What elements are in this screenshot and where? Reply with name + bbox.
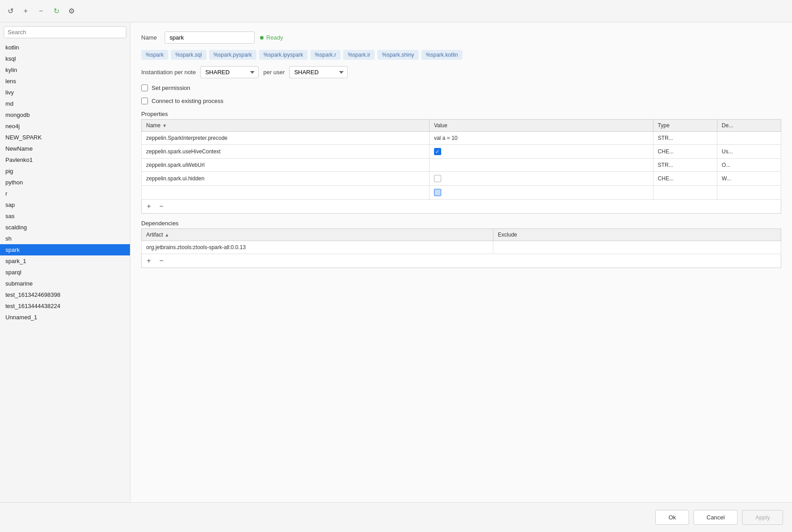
- sidebar-item[interactable]: lens: [0, 76, 130, 87]
- prop-value-cell[interactable]: [429, 172, 653, 186]
- prop-type-cell: STR...: [653, 132, 717, 145]
- dep-artifact-cell: org.jetbrains.ztools:ztools-spark-all:0.…: [142, 241, 493, 254]
- prop-value-cell[interactable]: ✓: [429, 145, 653, 159]
- remove-icon[interactable]: －: [36, 6, 46, 16]
- prop-name-cell: zeppelin.spark.useHiveContext: [142, 145, 430, 159]
- footer: Ok Cancel Apply: [0, 502, 792, 532]
- sidebar-item[interactable]: neo4j: [0, 121, 130, 132]
- props-col-name[interactable]: Name ▼: [142, 120, 430, 132]
- props-col-type: Type: [653, 120, 717, 132]
- search-input[interactable]: [8, 29, 122, 36]
- reload-icon[interactable]: ↻: [51, 6, 61, 16]
- dependencies-title: Dependencies: [141, 220, 781, 227]
- add-icon[interactable]: ＋: [21, 6, 31, 16]
- prop-type-cell: CHE...: [653, 145, 717, 159]
- checkbox-cell[interactable]: [434, 175, 441, 182]
- sidebar-item[interactable]: pig: [0, 165, 130, 177]
- sidebar-item[interactable]: NewName: [0, 143, 130, 154]
- sidebar-item[interactable]: sh: [0, 233, 130, 244]
- sidebar-item[interactable]: test_1613444438224: [0, 300, 130, 312]
- tag: %spark.kotlin: [421, 50, 462, 60]
- deps-remove-button[interactable]: −: [157, 256, 166, 265]
- prop-name-cell: zeppelin.spark.ui.hidden: [142, 172, 430, 186]
- tag: %spark.r: [310, 50, 340, 60]
- per-user-select[interactable]: SHAREDSCOPEDISOLATED: [289, 66, 348, 78]
- props-table-actions: + −: [141, 200, 781, 214]
- table-row[interactable]: org.jetbrains.ztools:ztools-spark-all:0.…: [142, 241, 781, 254]
- ok-button[interactable]: Ok: [655, 510, 689, 525]
- sidebar-item[interactable]: Unnamed_1: [0, 312, 130, 323]
- deps-table-actions: + −: [141, 254, 781, 268]
- name-input[interactable]: [165, 31, 255, 44]
- sidebar-item[interactable]: sap: [0, 199, 130, 210]
- prop-value-cell[interactable]: [429, 159, 653, 172]
- tag: %spark.pyspark: [209, 50, 256, 60]
- connect-existing-label[interactable]: Connect to existing process: [152, 98, 224, 104]
- deps-add-button[interactable]: +: [144, 256, 153, 265]
- apply-button[interactable]: Apply: [742, 510, 783, 525]
- sidebar-item[interactable]: livy: [0, 87, 130, 98]
- sidebar-item[interactable]: test_1613424698398: [0, 289, 130, 300]
- toolbar: ↺ ＋ － ↻ ⚙: [0, 0, 792, 22]
- table-row[interactable]: zeppelin.spark.useHiveContext✓CHE...Us..…: [142, 145, 781, 159]
- instantiation-label: Instantiation per note: [141, 69, 196, 76]
- prop-name-cell: zeppelin.SparkInterpreter.precode: [142, 132, 430, 145]
- set-permission-row: Set permission: [141, 85, 781, 91]
- prop-de-cell: Us...: [717, 145, 781, 159]
- prop-name-cell: zeppelin.spark.uiWebUrl: [142, 159, 430, 172]
- sidebar-item[interactable]: sparql: [0, 267, 130, 278]
- name-label: Name: [141, 34, 159, 41]
- cancel-button[interactable]: Cancel: [694, 510, 738, 525]
- properties-section: Properties Name ▼ Value Type De...: [141, 111, 781, 214]
- deps-col-artifact[interactable]: Artifact ▲: [142, 229, 493, 241]
- table-row[interactable]: zeppelin.SparkInterpreter.precodeval a =…: [142, 132, 781, 145]
- per-user-label: per user: [263, 69, 285, 76]
- sidebar-item[interactable]: spark: [0, 244, 130, 255]
- connect-existing-row: Connect to existing process: [141, 98, 781, 104]
- sidebar-item[interactable]: kylin: [0, 64, 130, 76]
- prop-value-cell[interactable]: [429, 186, 653, 200]
- sidebar-item[interactable]: NEW_SPARK: [0, 132, 130, 143]
- prop-de-cell: [717, 132, 781, 145]
- props-add-button[interactable]: +: [144, 202, 153, 211]
- prop-type-cell: CHE...: [653, 172, 717, 186]
- sidebar-item[interactable]: ksql: [0, 53, 130, 64]
- tags-row: %spark%spark.sql%spark.pyspark%spark.ipy…: [141, 50, 781, 60]
- table-row[interactable]: zeppelin.spark.ui.hiddenCHE...W...: [142, 172, 781, 186]
- sidebar-item[interactable]: mongodb: [0, 109, 130, 121]
- connect-existing-checkbox[interactable]: [141, 98, 148, 104]
- set-permission-checkbox[interactable]: [141, 85, 148, 91]
- prop-de-cell: W...: [717, 172, 781, 186]
- set-permission-label[interactable]: Set permission: [152, 85, 190, 91]
- tag: %spark: [141, 50, 168, 60]
- sidebar-item[interactable]: r: [0, 188, 130, 199]
- sidebar-item[interactable]: scalding: [0, 222, 130, 233]
- search-box[interactable]: [4, 26, 126, 38]
- props-col-de: De...: [717, 120, 781, 132]
- props-col-value: Value: [429, 120, 653, 132]
- checkbox-cell[interactable]: ✓: [434, 148, 441, 155]
- sidebar-item[interactable]: md: [0, 98, 130, 109]
- sidebar-item[interactable]: sas: [0, 210, 130, 222]
- prop-type-cell: STR...: [653, 159, 717, 172]
- table-row[interactable]: zeppelin.spark.uiWebUrlSTR...O...: [142, 159, 781, 172]
- instantiation-select[interactable]: SHAREDSCOPEDISOLATED: [200, 66, 259, 78]
- props-remove-button[interactable]: −: [157, 202, 166, 211]
- dep-exclude-cell[interactable]: [493, 241, 781, 254]
- sidebar-item[interactable]: kotlin: [0, 42, 130, 53]
- prop-name-cell: [142, 186, 430, 200]
- sidebar: kotlinksqlkylinlenslivymdmongodbneo4jNEW…: [0, 22, 130, 502]
- content-area: Name Ready %spark%spark.sql%spark.pyspar…: [130, 22, 792, 502]
- settings-icon[interactable]: ⚙: [67, 6, 76, 16]
- deps-col-exclude: Exclude: [493, 229, 781, 241]
- sidebar-item[interactable]: Pavlenko1: [0, 154, 130, 165]
- table-row[interactable]: [142, 186, 781, 200]
- dependencies-section: Dependencies Artifact ▲ Exclude org.: [141, 220, 781, 268]
- sidebar-item[interactable]: submarine: [0, 278, 130, 289]
- refresh-icon[interactable]: ↺: [5, 6, 15, 16]
- name-row: Name Ready: [141, 31, 781, 44]
- main-layout: kotlinksqlkylinlenslivymdmongodbneo4jNEW…: [0, 22, 792, 502]
- prop-value-cell[interactable]: val a = 10: [429, 132, 653, 145]
- sidebar-item[interactable]: python: [0, 177, 130, 188]
- sidebar-item[interactable]: spark_1: [0, 255, 130, 267]
